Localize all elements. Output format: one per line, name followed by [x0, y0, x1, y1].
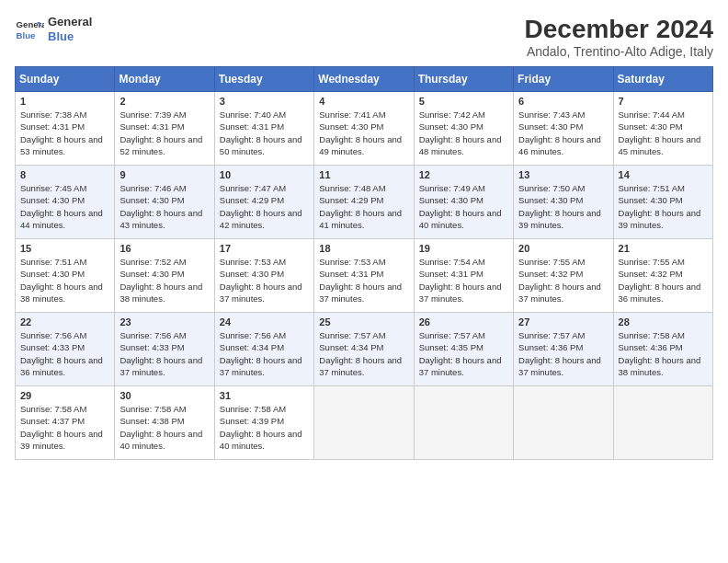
day-number: 11 [319, 169, 408, 180]
day-number: 31 [220, 390, 309, 401]
day-number: 7 [619, 96, 708, 107]
svg-text:Blue: Blue [17, 30, 36, 40]
day-cell: 29Sunrise: 7:58 AMSunset: 4:37 PMDayligh… [16, 386, 115, 460]
day-info: Sunrise: 7:54 AMSunset: 4:31 PMDaylight:… [419, 256, 508, 304]
col-header-friday: Friday [514, 67, 613, 92]
col-header-sunday: Sunday [16, 67, 115, 92]
header: General Blue General Blue December 2024 … [15, 15, 713, 59]
day-cell: 12Sunrise: 7:49 AMSunset: 4:30 PMDayligh… [414, 166, 513, 239]
day-info: Sunrise: 7:55 AMSunset: 4:32 PMDaylight:… [518, 256, 608, 304]
week-row-2: 8Sunrise: 7:45 AMSunset: 4:30 PMDaylight… [16, 166, 713, 239]
day-number: 4 [319, 96, 408, 107]
day-info: Sunrise: 7:58 AMSunset: 4:39 PMDaylight:… [220, 403, 309, 452]
day-info: Sunrise: 7:42 AMSunset: 4:30 PMDaylight:… [419, 109, 508, 157]
day-cell: 6Sunrise: 7:43 AMSunset: 4:30 PMDaylight… [514, 92, 613, 166]
day-info: Sunrise: 7:39 AMSunset: 4:31 PMDaylight:… [119, 109, 209, 157]
day-cell: 20Sunrise: 7:55 AMSunset: 4:32 PMDayligh… [514, 239, 613, 313]
day-info: Sunrise: 7:40 AMSunset: 4:31 PMDaylight:… [220, 109, 309, 157]
day-cell [613, 386, 712, 460]
day-info: Sunrise: 7:51 AMSunset: 4:30 PMDaylight:… [20, 256, 109, 304]
day-cell: 3Sunrise: 7:40 AMSunset: 4:31 PMDaylight… [214, 92, 313, 166]
day-info: Sunrise: 7:48 AMSunset: 4:29 PMDaylight:… [319, 182, 408, 231]
day-number: 14 [619, 169, 708, 180]
week-row-3: 15Sunrise: 7:51 AMSunset: 4:30 PMDayligh… [16, 239, 713, 313]
day-cell: 11Sunrise: 7:48 AMSunset: 4:29 PMDayligh… [314, 166, 414, 239]
day-number: 30 [119, 390, 209, 401]
day-number: 12 [419, 169, 508, 180]
day-cell: 31Sunrise: 7:58 AMSunset: 4:39 PMDayligh… [214, 386, 313, 460]
day-info: Sunrise: 7:56 AMSunset: 4:34 PMDaylight:… [220, 329, 309, 378]
week-row-1: 1Sunrise: 7:38 AMSunset: 4:31 PMDaylight… [16, 92, 713, 166]
day-cell: 10Sunrise: 7:47 AMSunset: 4:29 PMDayligh… [214, 166, 313, 239]
logo-text-general: General [48, 15, 92, 29]
day-cell: 5Sunrise: 7:42 AMSunset: 4:30 PMDaylight… [414, 92, 513, 166]
day-number: 3 [220, 96, 309, 107]
day-info: Sunrise: 7:53 AMSunset: 4:30 PMDaylight:… [220, 256, 309, 304]
day-number: 25 [319, 316, 408, 327]
day-number: 8 [20, 169, 109, 180]
day-number: 1 [20, 96, 109, 107]
col-header-wednesday: Wednesday [314, 67, 414, 92]
day-number: 18 [319, 243, 408, 254]
logo-text-blue: Blue [48, 29, 92, 44]
day-info: Sunrise: 7:46 AMSunset: 4:30 PMDaylight:… [119, 182, 209, 231]
day-cell: 13Sunrise: 7:50 AMSunset: 4:30 PMDayligh… [514, 166, 613, 239]
day-info: Sunrise: 7:56 AMSunset: 4:33 PMDaylight:… [119, 329, 209, 378]
day-number: 21 [619, 243, 708, 254]
day-cell: 2Sunrise: 7:39 AMSunset: 4:31 PMDaylight… [115, 92, 214, 166]
logo: General Blue General Blue [15, 15, 92, 44]
day-info: Sunrise: 7:57 AMSunset: 4:35 PMDaylight:… [419, 329, 508, 378]
calendar-header-row: SundayMondayTuesdayWednesdayThursdayFrid… [16, 67, 713, 92]
day-number: 28 [619, 316, 708, 327]
location-title: Andalo, Trentino-Alto Adige, Italy [525, 44, 713, 59]
day-cell: 27Sunrise: 7:57 AMSunset: 4:36 PMDayligh… [514, 313, 613, 386]
day-cell: 19Sunrise: 7:54 AMSunset: 4:31 PMDayligh… [414, 239, 513, 313]
day-info: Sunrise: 7:53 AMSunset: 4:31 PMDaylight:… [319, 256, 408, 304]
col-header-monday: Monday [115, 67, 214, 92]
day-info: Sunrise: 7:44 AMSunset: 4:30 PMDaylight:… [619, 109, 708, 157]
day-cell: 25Sunrise: 7:57 AMSunset: 4:34 PMDayligh… [314, 313, 414, 386]
day-cell: 17Sunrise: 7:53 AMSunset: 4:30 PMDayligh… [214, 239, 313, 313]
day-cell: 4Sunrise: 7:41 AMSunset: 4:30 PMDaylight… [314, 92, 414, 166]
day-cell: 28Sunrise: 7:58 AMSunset: 4:36 PMDayligh… [613, 313, 712, 386]
day-cell: 23Sunrise: 7:56 AMSunset: 4:33 PMDayligh… [115, 313, 214, 386]
day-cell: 18Sunrise: 7:53 AMSunset: 4:31 PMDayligh… [314, 239, 414, 313]
day-number: 24 [220, 316, 309, 327]
calendar-body: 1Sunrise: 7:38 AMSunset: 4:31 PMDaylight… [16, 92, 713, 460]
day-info: Sunrise: 7:57 AMSunset: 4:34 PMDaylight:… [319, 329, 408, 378]
day-cell: 14Sunrise: 7:51 AMSunset: 4:30 PMDayligh… [613, 166, 712, 239]
day-cell: 15Sunrise: 7:51 AMSunset: 4:30 PMDayligh… [16, 239, 115, 313]
day-cell: 8Sunrise: 7:45 AMSunset: 4:30 PMDaylight… [16, 166, 115, 239]
day-cell: 30Sunrise: 7:58 AMSunset: 4:38 PMDayligh… [115, 386, 214, 460]
day-cell: 1Sunrise: 7:38 AMSunset: 4:31 PMDaylight… [16, 92, 115, 166]
day-info: Sunrise: 7:47 AMSunset: 4:29 PMDaylight:… [220, 182, 309, 231]
day-number: 5 [419, 96, 508, 107]
day-info: Sunrise: 7:52 AMSunset: 4:30 PMDaylight:… [119, 256, 209, 304]
day-info: Sunrise: 7:50 AMSunset: 4:30 PMDaylight:… [518, 182, 608, 231]
day-info: Sunrise: 7:57 AMSunset: 4:36 PMDaylight:… [518, 329, 608, 378]
day-cell [414, 386, 513, 460]
day-info: Sunrise: 7:38 AMSunset: 4:31 PMDaylight:… [20, 109, 109, 157]
day-info: Sunrise: 7:45 AMSunset: 4:30 PMDaylight:… [20, 182, 109, 231]
week-row-5: 29Sunrise: 7:58 AMSunset: 4:37 PMDayligh… [16, 386, 713, 460]
day-info: Sunrise: 7:55 AMSunset: 4:32 PMDaylight:… [619, 256, 708, 304]
col-header-tuesday: Tuesday [214, 67, 313, 92]
day-cell: 26Sunrise: 7:57 AMSunset: 4:35 PMDayligh… [414, 313, 513, 386]
day-cell: 22Sunrise: 7:56 AMSunset: 4:33 PMDayligh… [16, 313, 115, 386]
day-info: Sunrise: 7:41 AMSunset: 4:30 PMDaylight:… [319, 109, 408, 157]
day-cell: 24Sunrise: 7:56 AMSunset: 4:34 PMDayligh… [214, 313, 313, 386]
logo-icon: General Blue [15, 15, 44, 44]
day-number: 23 [119, 316, 209, 327]
day-cell: 16Sunrise: 7:52 AMSunset: 4:30 PMDayligh… [115, 239, 214, 313]
day-number: 20 [518, 243, 608, 254]
col-header-thursday: Thursday [414, 67, 513, 92]
day-number: 10 [220, 169, 309, 180]
day-number: 17 [220, 243, 309, 254]
col-header-saturday: Saturday [613, 67, 712, 92]
day-info: Sunrise: 7:51 AMSunset: 4:30 PMDaylight:… [619, 182, 708, 231]
day-number: 9 [119, 169, 209, 180]
day-info: Sunrise: 7:58 AMSunset: 4:36 PMDaylight:… [619, 329, 708, 378]
day-info: Sunrise: 7:49 AMSunset: 4:30 PMDaylight:… [419, 182, 508, 231]
day-number: 27 [518, 316, 608, 327]
title-area: December 2024 Andalo, Trentino-Alto Adig… [525, 15, 713, 59]
